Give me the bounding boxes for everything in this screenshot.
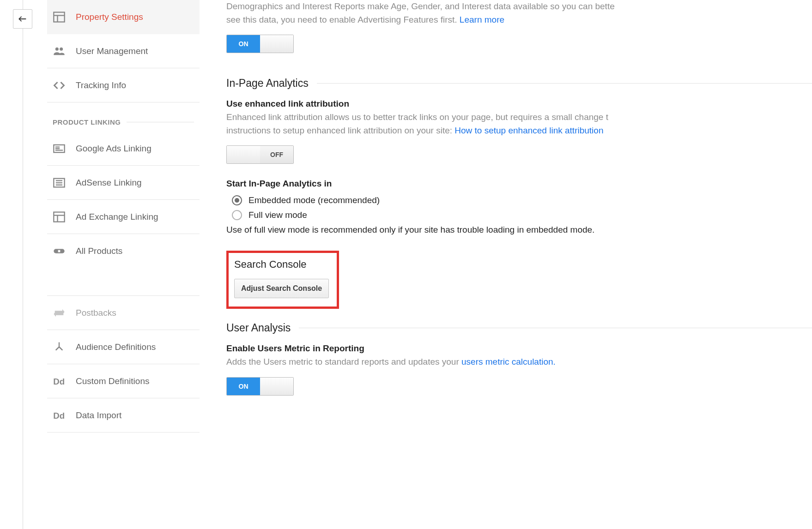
sidebar-item-property-settings[interactable]: Property Settings xyxy=(47,0,200,34)
sidebar-label: Postbacks xyxy=(76,308,116,318)
toggle-on-label: ON xyxy=(227,378,260,395)
sync-icon xyxy=(53,307,66,319)
fullview-helper-text: Use of full view mode is recommended onl… xyxy=(226,225,812,235)
sidebar-item-user-management[interactable]: User Management xyxy=(47,34,200,68)
sidebar-label: Custom Definitions xyxy=(76,376,149,386)
svg-rect-0 xyxy=(54,12,64,22)
sidebar-item-google-ads-linking[interactable]: Google Ads Linking xyxy=(47,132,200,166)
sidebar-label: Data Import xyxy=(76,410,121,421)
sidebar-label: Google Ads Linking xyxy=(76,144,151,154)
search-console-highlight: Search Console Adjust Search Console xyxy=(226,251,339,309)
enable-users-metric-description: Adds the Users metric to standard report… xyxy=(226,355,812,369)
list-icon xyxy=(53,176,66,189)
enhanced-link-toggle[interactable]: OFF xyxy=(226,145,294,164)
start-inpage-label: Start In-Page Analytics in xyxy=(226,179,812,189)
toggle-on-label: ON xyxy=(227,35,260,53)
sidebar-item-ad-exchange-linking[interactable]: Ad Exchange Linking xyxy=(47,200,200,234)
sidebar-label: Property Settings xyxy=(76,12,143,22)
link-icon xyxy=(53,245,66,258)
radio-selected-icon xyxy=(232,195,242,205)
users-metric-toggle[interactable]: ON xyxy=(226,377,294,396)
svg-text:Dd: Dd xyxy=(53,377,65,386)
layout-icon xyxy=(53,210,66,223)
toggle-off-segment xyxy=(260,378,293,395)
back-button[interactable] xyxy=(13,9,32,29)
sidebar-item-custom-definitions[interactable]: Dd Custom Definitions xyxy=(47,364,200,398)
sidebar-item-adsense-linking[interactable]: AdSense Linking xyxy=(47,166,200,200)
users-metric-calculation-link[interactable]: users metric calculation. xyxy=(461,357,556,367)
sidebar-label: AdSense Linking xyxy=(76,178,142,188)
svg-rect-13 xyxy=(54,212,64,222)
section-search-console: Search Console xyxy=(234,258,331,271)
sidebar-item-audience-definitions[interactable]: Audience Definitions xyxy=(47,330,200,364)
enhanced-link-attribution-label: Use enhanced link attribution xyxy=(226,99,812,109)
radio-unselected-icon xyxy=(232,210,242,220)
dd-icon: Dd xyxy=(53,375,66,388)
main-content: Demographics and Interest Reports make A… xyxy=(226,0,812,397)
code-icon xyxy=(53,79,66,92)
enhanced-link-howto-link[interactable]: How to setup enhanced link attribution xyxy=(454,126,603,135)
dd-icon: Dd xyxy=(53,409,66,422)
toggle-off-label: OFF xyxy=(260,146,293,163)
sidebar-item-data-import[interactable]: Dd Data Import xyxy=(47,398,200,433)
toggle-on-segment xyxy=(227,146,260,163)
sidebar-item-tracking-info[interactable]: Tracking Info xyxy=(47,68,200,102)
enable-users-metric-label: Enable Users Metric in Reporting xyxy=(226,343,812,354)
back-arrow-icon xyxy=(18,14,28,24)
branch-icon xyxy=(53,341,66,354)
svg-point-3 xyxy=(55,47,59,50)
adjust-search-console-button[interactable]: Adjust Search Console xyxy=(234,279,329,298)
demographics-toggle[interactable]: ON xyxy=(226,35,294,53)
learn-more-link[interactable]: Learn more xyxy=(460,15,504,24)
radio-embedded-mode[interactable]: Embedded mode (recommended) xyxy=(232,195,812,205)
enhanced-link-description: Enhanced link attribution allows us to b… xyxy=(226,111,812,137)
toggle-off-segment xyxy=(260,35,293,53)
demographics-description: Demographics and Interest Reports make A… xyxy=(226,0,812,26)
property-sidebar: Property Settings User Management Tracki… xyxy=(47,0,200,433)
news-icon xyxy=(53,142,66,155)
vertical-divider xyxy=(23,0,23,529)
svg-point-4 xyxy=(60,47,63,50)
svg-text:Dd: Dd xyxy=(53,411,65,421)
sidebar-label: Audience Definitions xyxy=(76,342,156,352)
radio-full-view-mode[interactable]: Full view mode xyxy=(232,210,812,220)
sidebar-item-all-products[interactable]: All Products xyxy=(47,234,200,268)
sidebar-heading-product-linking: PRODUCT LINKING xyxy=(47,102,200,132)
svg-rect-17 xyxy=(58,250,61,252)
sidebar-label: Ad Exchange Linking xyxy=(76,212,158,222)
users-icon xyxy=(53,45,66,58)
section-inpage-analytics: In-Page Analytics xyxy=(226,77,812,90)
sidebar-label: All Products xyxy=(76,246,122,256)
layout-icon xyxy=(53,11,66,24)
sidebar-label: User Management xyxy=(76,46,148,56)
sidebar-item-postbacks[interactable]: Postbacks xyxy=(47,296,200,330)
section-user-analysis: User Analysis xyxy=(226,322,812,334)
sidebar-label: Tracking Info xyxy=(76,80,126,90)
